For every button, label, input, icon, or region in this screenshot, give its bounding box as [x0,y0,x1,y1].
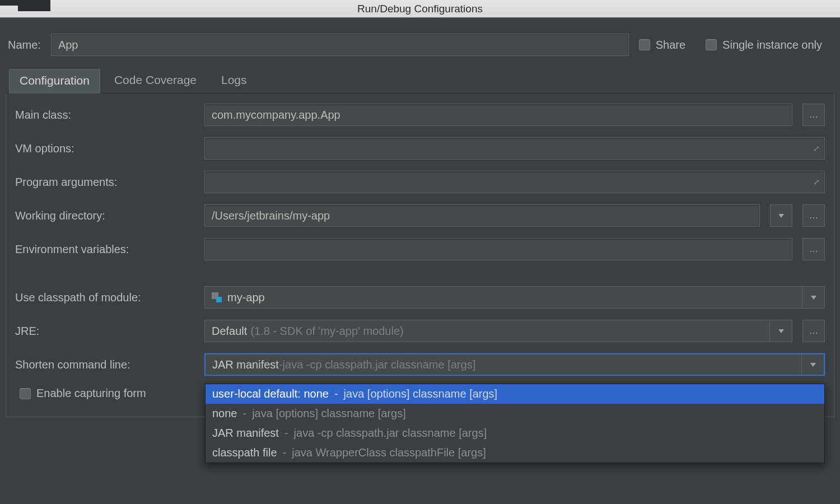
shorten-option[interactable]: JAR manifest - java -cp classpath.jar cl… [206,423,824,443]
env-vars-edit-button[interactable]: … [802,238,825,260]
working-dir-label: Working directory: [15,209,194,222]
option-sep: - [334,388,338,400]
working-dir-value: /Users/jetbrains/my-app [212,209,330,222]
chevron-down-icon [778,213,785,218]
option-primary: classpath file [212,446,277,459]
jre-browse-button[interactable]: … [802,320,825,342]
env-vars-input[interactable] [204,238,792,260]
name-input[interactable] [51,34,629,56]
main-class-input[interactable]: com.mycompany.app.App [204,104,792,126]
ellipsis-icon: … [809,326,818,336]
svg-marker-2 [778,329,784,333]
main-class-label: Main class: [15,109,194,122]
tab-logs[interactable]: Logs [211,68,258,93]
share-checkbox[interactable]: Share [639,39,685,52]
option-primary: JAR manifest [212,427,279,440]
tab-code-coverage[interactable]: Code Coverage [104,68,207,93]
shorten-label: Shorten command line: [15,358,194,371]
single-instance-checkbox[interactable]: Single instance only [706,39,822,52]
classpath-module-value: my-app [227,291,265,304]
shorten-option[interactable]: user-local default: none - java [options… [206,384,824,404]
working-dir-history-button[interactable] [770,204,792,227]
title-bar: Run/Debug Configurations [0,0,840,18]
ellipsis-icon: … [809,244,818,254]
shorten-value: JAR manifest [212,358,279,371]
module-icon [212,292,222,302]
classpath-module-combo[interactable]: my-app [204,286,825,309]
chevron-down-icon [769,320,792,342]
ellipsis-icon: … [809,211,818,221]
option-desc: java [options] classname [args] [344,388,498,400]
option-primary: user-local default: none [212,388,329,400]
single-instance-label: Single instance only [722,39,822,52]
shorten-command-line-combo[interactable]: JAR manifest - java -cp classpath.jar cl… [204,353,825,376]
window-fragment-icon [0,0,50,6]
option-desc: java WrapperClass classpathFile [args] [292,446,486,459]
vm-options-input[interactable]: ⤢ [204,137,825,160]
option-sep: - [243,407,247,420]
option-sep: - [284,427,288,440]
program-args-input[interactable]: ⤢ [204,171,825,193]
env-vars-label: Environment variables: [15,243,194,256]
shorten-sep: - [279,358,283,371]
ellipsis-icon: … [809,110,818,120]
option-desc: java [options] classname [args] [252,407,406,420]
svg-marker-0 [778,214,784,218]
share-label: Share [656,39,685,52]
jre-hint: (1.8 - SDK of 'my-app' module) [250,325,403,338]
chevron-down-icon [801,354,824,375]
chevron-down-icon [802,287,824,308]
option-desc: java -cp classpath.jar classname [args] [294,427,487,440]
jre-combo[interactable]: Default (1.8 - SDK of 'my-app' module) [204,320,792,342]
option-primary: none [212,407,237,420]
working-dir-input[interactable]: /Users/jetbrains/my-app [204,204,760,227]
tabs: Configuration Code Coverage Logs [6,68,834,94]
tab-configuration[interactable]: Configuration [9,69,100,94]
option-sep: - [283,446,287,459]
checkbox-box-icon [20,388,31,399]
expand-icon[interactable]: ⤢ [813,178,820,186]
enable-capturing-label: Enable capturing form [36,387,146,400]
svg-marker-3 [810,363,816,367]
window-title: Run/Debug Configurations [357,3,483,15]
shorten-option[interactable]: none - java [options] classname [args] [206,404,824,423]
jre-label: JRE: [15,325,194,338]
tab-panel-configuration: Main class: com.mycompany.app.App … VM o… [6,94,834,417]
shorten-desc: java -cp classpath.jar classname [args] [283,358,476,371]
shorten-dropdown: user-local default: none - java [options… [205,384,825,463]
dialog-body: Name: Share Single instance only Configu… [0,18,840,423]
checkbox-box-icon [706,39,717,50]
working-dir-browse-button[interactable]: … [802,204,825,227]
main-class-browse-button[interactable]: … [802,104,825,126]
checkbox-box-icon [639,39,650,50]
vm-options-label: VM options: [15,142,194,155]
expand-icon[interactable]: ⤢ [813,144,820,153]
svg-marker-1 [811,296,816,300]
shorten-option[interactable]: classpath file - java WrapperClass class… [206,443,824,463]
classpath-module-label: Use classpath of module: [15,291,194,304]
enable-capturing-form-checkbox[interactable]: Enable capturing form [20,387,146,400]
jre-value: Default [212,325,247,338]
name-label: Name: [8,39,41,52]
program-args-label: Program arguments: [15,176,194,189]
main-class-value: com.mycompany.app.App [212,109,340,122]
